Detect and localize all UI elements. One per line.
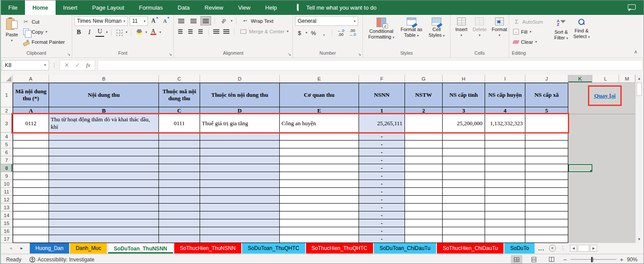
tab-review[interactable]: Review [197, 0, 231, 15]
number-format-select[interactable]: General ▾ [295, 16, 358, 26]
cell-A16[interactable] [13, 227, 49, 235]
cell-G10[interactable] [405, 180, 443, 188]
cell-H2[interactable]: 3 [443, 107, 485, 114]
cell-C3[interactable]: 0111 [159, 114, 200, 133]
cell-K14[interactable] [568, 211, 592, 219]
cell-D9[interactable] [200, 172, 280, 180]
dialog-launcher-icon[interactable]: ↘ [358, 53, 361, 56]
cell-A7[interactable] [13, 156, 49, 164]
cell-E7[interactable] [280, 156, 359, 164]
cell-K9[interactable] [568, 172, 592, 180]
cell-B6[interactable] [49, 148, 159, 156]
sheet-tab-Danh_Muc[interactable]: Danh_Muc [70, 243, 107, 253]
cell-K10[interactable] [568, 180, 592, 188]
cell-C16[interactable] [159, 227, 200, 235]
cell-M16[interactable] [619, 227, 635, 235]
cell-L9[interactable] [592, 172, 619, 180]
cell-F2[interactable]: 1 [359, 107, 405, 114]
cell-G15[interactable] [405, 219, 443, 227]
font-size-select[interactable]: 11 ▾ [130, 16, 148, 26]
cell-B16[interactable] [49, 227, 159, 235]
cell-M14[interactable] [619, 211, 635, 219]
col-header-B[interactable]: B [49, 75, 159, 83]
cell-L6[interactable] [592, 148, 619, 156]
cell-I7[interactable] [485, 156, 525, 164]
cell-D2[interactable]: D [200, 107, 280, 114]
cell-D4[interactable] [200, 133, 280, 141]
row-header-14[interactable]: 14 [1, 211, 13, 219]
cell-G9[interactable] [405, 172, 443, 180]
cell-J14[interactable] [525, 211, 568, 219]
cell-I11[interactable] [485, 188, 525, 196]
dialog-launcher-icon[interactable]: ↘ [67, 53, 70, 56]
cell-I4[interactable] [485, 133, 525, 141]
cell-C7[interactable] [159, 156, 200, 164]
cell-B5[interactable] [49, 141, 159, 148]
cell-K7[interactable] [568, 156, 592, 164]
chevron-down-icon[interactable]: ▾ [231, 19, 232, 23]
page-break-view-button[interactable] [546, 255, 557, 264]
cell-G16[interactable] [405, 227, 443, 235]
cell-G6[interactable] [405, 148, 443, 156]
cell-D12[interactable] [200, 196, 280, 204]
col-header-H[interactable]: H [443, 75, 485, 83]
cell-L13[interactable] [592, 204, 619, 211]
cell-F7[interactable]: - [359, 156, 405, 164]
col-header-G[interactable]: G [405, 75, 443, 83]
zoom-slider[interactable] [570, 257, 616, 262]
hscroll-right-arrow[interactable]: ► [590, 245, 597, 252]
cell-G8[interactable] [405, 164, 443, 172]
cell-J17[interactable] [525, 235, 568, 243]
cell-J11[interactable] [525, 188, 568, 196]
accessibility-status[interactable]: Accessibility: Investigate [29, 257, 95, 263]
format-cells-button[interactable]: Format▾ [489, 16, 510, 50]
cell-A1[interactable]: Mã nội dung thu (*) [13, 83, 49, 107]
cell-C8[interactable] [159, 164, 200, 172]
cell-E1[interactable]: Cơ quan thu [280, 83, 359, 107]
page-layout-view-button[interactable] [528, 255, 540, 264]
cell-I13[interactable] [485, 204, 525, 211]
cell-B15[interactable] [49, 219, 159, 227]
cell-M12[interactable] [619, 196, 635, 204]
font-family-select[interactable]: Times New Roman ▾ [74, 16, 128, 26]
cell-K15[interactable] [568, 219, 592, 227]
cell-G13[interactable] [405, 204, 443, 211]
cell-F14[interactable]: - [359, 211, 405, 219]
cell-A11[interactable] [13, 188, 49, 196]
row-header-3[interactable]: 3 [1, 114, 13, 133]
cell-G12[interactable] [405, 196, 443, 204]
percent-button[interactable]: % [309, 28, 318, 37]
tab-page-layout[interactable]: Page Layout [85, 0, 132, 15]
sheet-tab-SoThucHien_ThuNSNN[interactable]: SoThucHien_ThuNSNN [174, 243, 241, 253]
cell-I14[interactable] [485, 211, 525, 219]
fill-color-button[interactable] [135, 28, 144, 37]
copy-button[interactable]: Copy ▾ [21, 27, 67, 36]
cell-I2[interactable]: 4 [485, 107, 525, 114]
cell-D10[interactable] [200, 180, 280, 188]
cell-G2[interactable]: 2 [405, 107, 443, 114]
cell-L16[interactable] [592, 227, 619, 235]
normal-view-button[interactable] [511, 255, 522, 264]
cell-G17[interactable] [405, 235, 443, 243]
row-header-12[interactable]: 12 [1, 196, 13, 204]
cell-I3[interactable]: 1,132,332,323 [485, 114, 525, 133]
cell-K16[interactable] [568, 227, 592, 235]
cell-C15[interactable] [159, 219, 200, 227]
increase-indent-button[interactable] [222, 27, 231, 36]
cell-A2[interactable]: A [13, 107, 49, 114]
cell-K5[interactable] [568, 141, 592, 148]
cell-M17[interactable] [619, 235, 635, 243]
tab-formulas[interactable]: Formulas [132, 0, 170, 15]
cell-F5[interactable]: - [359, 141, 405, 148]
cell-A8[interactable] [13, 164, 49, 172]
cell-D8[interactable] [200, 164, 280, 172]
tab-view[interactable]: View [231, 0, 258, 15]
cell-B2[interactable]: B [49, 107, 159, 114]
sheet-tab-SoThucHien_ThuQHTC[interactable]: SoThucHien_ThuQHTC [306, 243, 373, 253]
sheet-tab-SoDuTo[interactable]: SoDuTo [504, 243, 535, 253]
wrap-text-button[interactable]: ↩ Wrap Text [240, 16, 275, 25]
cell-I15[interactable] [485, 219, 525, 227]
row-header-16[interactable]: 16 [1, 227, 13, 235]
clear-button[interactable]: Clear▾ [511, 37, 552, 46]
cell-F13[interactable]: - [359, 204, 405, 211]
